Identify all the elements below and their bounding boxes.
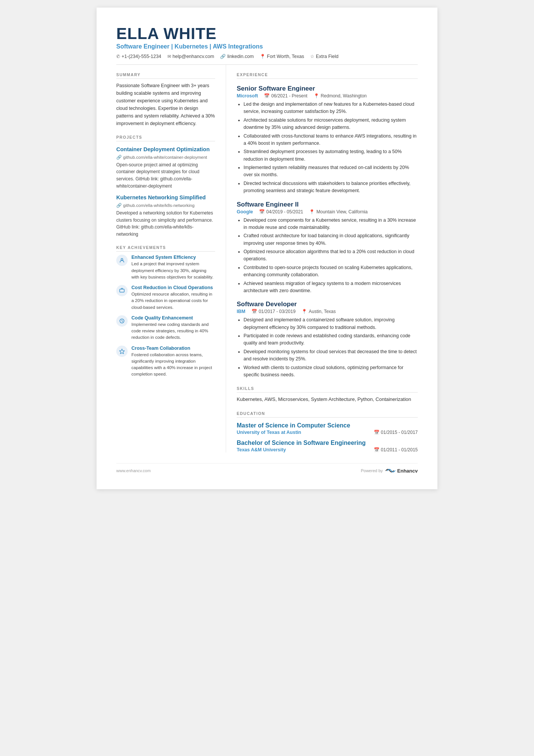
edu-2-school: Texas A&M University — [237, 447, 286, 452]
project-2: Kubernetes Networking Simplified 🔗 githu… — [116, 194, 215, 238]
job-3-bullets: Designed and implemented a containerized… — [237, 316, 418, 379]
project-2-link: 🔗 github.com/ella-white/k8s-networking — [116, 203, 215, 208]
edu-1-school: University of Texas at Austin — [237, 430, 301, 435]
skills-label: SKILLS — [237, 386, 418, 393]
achievement-4: Cross-Team Collaboration Fostered collab… — [116, 346, 215, 378]
edu-2-degree: Bachelor of Science in Software Engineer… — [237, 440, 418, 446]
project-1-link: 🔗 github.com/ella-white/container-deploy… — [116, 155, 215, 160]
job-1-bullet-2: Architected scalable solutions for micro… — [244, 117, 418, 131]
job-3: Software Developer IBM 📅 01/2017 - 03/20… — [237, 301, 418, 379]
svg-rect-1 — [120, 289, 124, 292]
footer: www.enhancv.com Powered by Enhancv — [116, 463, 418, 474]
experience-label: EXPERIENCE — [237, 72, 418, 79]
job-1-meta: Microsoft 📅 06/2021 - Present 📍 Redmond,… — [237, 93, 418, 99]
achievement-4-content: Cross-Team Collaboration Fostered collab… — [131, 346, 215, 378]
job-2-bullet-3: Optimized resource allocation algorithms… — [244, 248, 418, 263]
contact-row: ✆ +1-(234)-555-1234 ✉ help@enhancv.com 🔗… — [116, 54, 418, 65]
achievement-1-desc: Led a project that improved system deplo… — [131, 261, 215, 280]
project-1-desc: Open-source project aimed at optimizing … — [116, 161, 215, 189]
phone-icon: ✆ — [116, 54, 120, 59]
job-2-title: Software Engineer II — [237, 201, 418, 208]
project-2-title: Kubernetes Networking Simplified — [116, 194, 215, 201]
edu-2-date: 📅 01/2011 - 01/2015 — [374, 447, 418, 452]
job-3-title: Software Developer — [237, 301, 418, 308]
job-1-bullet-3: Collaborated with cross-functional teams… — [244, 133, 418, 147]
email-icon: ✉ — [167, 54, 171, 59]
powered-by-text: Powered by — [361, 468, 383, 473]
job-3-company: IBM — [237, 309, 245, 314]
edu-1: Master of Science in Computer Science Un… — [237, 422, 418, 435]
edu-1-degree: Master of Science in Computer Science — [237, 422, 418, 429]
edu-2: Bachelor of Science in Software Engineer… — [237, 440, 418, 452]
job-3-bullet-1: Designed and implemented a containerized… — [244, 316, 418, 331]
achievements-label: KEY ACHIEVEMENTS — [116, 245, 215, 252]
project-2-desc: Developed a networking solution for Kube… — [116, 210, 215, 238]
svg-point-0 — [121, 258, 123, 260]
job-1-date: 📅 06/2021 - Present — [264, 93, 307, 99]
achievement-2: Cost Reduction in Cloud Operations Optim… — [116, 285, 215, 311]
location-icon: 📍 — [260, 54, 265, 59]
project-1-title: Container Deployment Optimization — [116, 146, 215, 153]
calendar-icon-2: 📅 — [259, 209, 265, 214]
footer-website: www.enhancv.com — [116, 468, 151, 473]
edu-2-meta: Texas A&M University 📅 01/2011 - 01/2015 — [237, 447, 418, 452]
footer-brand: Powered by Enhancv — [361, 467, 418, 474]
achievement-2-icon — [116, 285, 128, 296]
job-1-bullet-1: Led the design and implementation of new… — [244, 101, 418, 116]
job-1-bullet-4: Streamlined deployment processes by auto… — [244, 148, 418, 163]
link-icon-2: 🔗 — [116, 203, 122, 208]
achievement-3-desc: Implemented new coding standards and cod… — [131, 321, 215, 341]
right-column: EXPERIENCE Senior Software Engineer Micr… — [226, 65, 418, 452]
job-2-bullet-5: Achieved seamless migration of legacy sy… — [244, 280, 418, 295]
contact-phone: ✆ +1-(234)-555-1234 — [116, 54, 161, 59]
candidate-name: ELLA WHITE — [116, 26, 418, 42]
skills-text: Kubernetes, AWS, Microservices, System A… — [237, 396, 418, 404]
job-2-company: Google — [237, 209, 253, 214]
job-1: Senior Software Engineer Microsoft 📅 06/… — [237, 85, 418, 195]
achievement-3-content: Code Quality Enhancement Implemented new… — [131, 315, 215, 341]
contact-location: 📍 Fort Worth, Texas — [260, 54, 304, 59]
job-3-date: 📅 01/2017 - 03/2019 — [251, 309, 295, 314]
project-1: Container Deployment Optimization 🔗 gith… — [116, 146, 215, 189]
linkedin-icon: 🔗 — [220, 54, 226, 59]
education-label: EDUCATION — [237, 411, 418, 418]
achievement-2-content: Cost Reduction in Cloud Operations Optim… — [131, 285, 215, 311]
achievement-1-icon — [116, 255, 128, 266]
job-1-company: Microsoft — [237, 93, 258, 99]
job-2-bullet-4: Contributed to open-source projects focu… — [244, 264, 418, 279]
job-2-date: 📅 04/2019 - 05/2021 — [259, 209, 303, 214]
summary-label: SUMMARY — [116, 72, 215, 79]
job-2: Software Engineer II Google 📅 04/2019 - … — [237, 201, 418, 295]
contact-extra: ☆ Extra Field — [310, 54, 339, 59]
contact-linkedin: 🔗 linkedin.com — [220, 54, 253, 59]
resume-wrapper: ELLA WHITE Software Engineer | Kubernete… — [97, 8, 437, 489]
pin-icon: 📍 — [314, 93, 319, 99]
pin-icon-3: 📍 — [301, 309, 307, 314]
link-icon: 🔗 — [116, 155, 122, 160]
job-2-bullet-1: Developed core components for a Kubernet… — [244, 217, 418, 232]
achievement-1: Enhanced System Efficiency Led a project… — [116, 255, 215, 280]
edu-1-meta: University of Texas at Austin 📅 01/2015 … — [237, 430, 418, 435]
achievement-1-title: Enhanced System Efficiency — [131, 255, 215, 260]
calendar-icon-edu2: 📅 — [374, 447, 379, 452]
job-3-bullet-4: Worked with clients to customize cloud s… — [244, 364, 418, 379]
achievement-4-title: Cross-Team Collaboration — [131, 346, 215, 351]
achievement-3-title: Code Quality Enhancement — [131, 315, 215, 321]
calendar-icon: 📅 — [264, 93, 270, 99]
job-1-title: Senior Software Engineer — [237, 85, 418, 92]
achievement-3: Code Quality Enhancement Implemented new… — [116, 315, 215, 341]
calendar-icon-3: 📅 — [251, 309, 257, 314]
main-body: SUMMARY Passionate Software Engineer wit… — [116, 65, 418, 452]
header: ELLA WHITE Software Engineer | Kubernete… — [116, 26, 418, 65]
calendar-icon-edu1: 📅 — [374, 430, 379, 435]
achievement-2-desc: Optimized resource allocation, resulting… — [131, 291, 215, 311]
enhancv-logo: Enhancv — [385, 467, 418, 474]
job-2-bullet-2: Crafted robust architecture for load bal… — [244, 232, 418, 247]
achievement-4-icon — [116, 346, 128, 357]
left-column: SUMMARY Passionate Software Engineer wit… — [116, 65, 226, 452]
job-2-meta: Google 📅 04/2019 - 05/2021 📍 Mountain Vi… — [237, 209, 418, 214]
achievement-2-title: Cost Reduction in Cloud Operations — [131, 285, 215, 290]
pin-icon-2: 📍 — [309, 209, 315, 214]
job-1-bullet-6: Directed technical discussions with stak… — [244, 180, 418, 195]
achievement-1-content: Enhanced System Efficiency Led a project… — [131, 255, 215, 280]
